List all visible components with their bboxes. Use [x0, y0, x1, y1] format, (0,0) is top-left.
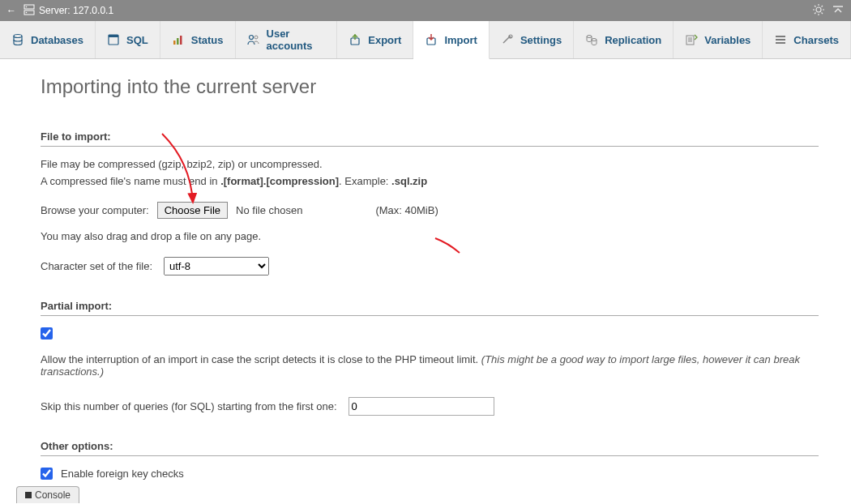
svg-point-2: [26, 6, 28, 7]
tab-label-import: Import: [444, 34, 477, 46]
svg-rect-18: [177, 38, 179, 45]
page-content: Importing into the current server File t…: [0, 59, 851, 504]
gear-icon[interactable]: [812, 3, 825, 19]
svg-rect-19: [180, 36, 182, 45]
charsets-icon: [774, 33, 787, 46]
back-icon[interactable]: ←: [6, 5, 16, 16]
export-icon: [349, 33, 361, 46]
replication-icon: [585, 33, 598, 46]
allow-interruption-checkbox[interactable]: [41, 327, 53, 340]
tab-export[interactable]: Export: [337, 21, 413, 58]
choose-file-button[interactable]: Choose File: [157, 202, 228, 219]
tab-replication[interactable]: Replication: [574, 21, 674, 58]
max-size-label: (Max: 40MiB): [375, 204, 438, 216]
tab-charsets[interactable]: Charsets: [763, 21, 851, 58]
foreign-key-label: Enable foreign key checks: [61, 468, 184, 480]
tab-import[interactable]: Import: [413, 21, 489, 59]
tab-label-variables: Variables: [704, 34, 751, 46]
other-options-title: Other options:: [41, 440, 819, 456]
variables-icon: [685, 33, 698, 46]
svg-point-3: [26, 11, 28, 13]
tab-label-sql: SQL: [126, 34, 148, 46]
partial-import-section: Partial import: Allow the interruption o…: [41, 300, 819, 416]
console-label: Console: [35, 489, 71, 501]
skip-row: Skip this number of queries (for SQL) st…: [41, 397, 819, 416]
file-import-line2: A compressed file's name must end in .[f…: [41, 175, 819, 187]
file-import-section: File to import: File may be compressed (…: [41, 130, 819, 275]
status-icon: [172, 33, 185, 46]
svg-point-21: [254, 36, 258, 39]
server-titlebar: ← Server: 127.0.0.1: [0, 0, 851, 21]
svg-line-11: [815, 12, 816, 14]
svg-line-9: [815, 6, 816, 7]
charset-row: Character set of the file: utf-8: [41, 257, 819, 275]
main-tabs: DatabasesSQLStatusUser accountsExportImp…: [0, 21, 851, 59]
import-icon: [425, 33, 438, 46]
svg-point-4: [816, 7, 821, 12]
tab-label-export: Export: [368, 34, 401, 46]
databases-icon: [11, 33, 24, 46]
svg-rect-17: [173, 41, 176, 45]
tab-sql[interactable]: SQL: [96, 21, 160, 58]
foreign-key-checkbox[interactable]: [41, 468, 53, 480]
tab-databases[interactable]: Databases: [0, 21, 96, 58]
charset-select[interactable]: utf-8: [164, 257, 269, 275]
console-tab[interactable]: Console: [16, 486, 79, 503]
partial-import-title: Partial import:: [41, 300, 819, 316]
browse-label: Browse your computer:: [41, 204, 149, 216]
svg-line-12: [822, 6, 823, 7]
user-accounts-icon: [247, 33, 260, 46]
settings-icon: [501, 33, 514, 46]
tab-label-settings: Settings: [520, 34, 562, 46]
tab-label-charsets: Charsets: [793, 34, 839, 46]
tab-user-accounts[interactable]: User accounts: [236, 21, 338, 58]
server-icon: [23, 3, 36, 19]
partial-description: Allow the interruption of an import in c…: [41, 353, 819, 378]
tab-label-user-accounts: User accounts: [267, 28, 326, 52]
svg-point-20: [249, 36, 253, 40]
file-import-line1: File may be compressed (gzip, bzip2, zip…: [41, 158, 819, 170]
other-options-section: Other options: Enable foreign key checks: [41, 440, 819, 480]
browse-row: Browse your computer: Choose File No fil…: [41, 202, 819, 219]
sql-icon: [107, 33, 120, 46]
svg-rect-16: [109, 35, 118, 37]
charset-label: Character set of the file:: [41, 260, 152, 272]
tab-status[interactable]: Status: [160, 21, 236, 58]
skip-queries-input[interactable]: [349, 397, 494, 416]
page-title: Importing into the current server: [41, 75, 819, 98]
drag-drop-hint: You may also drag and drop a file on any…: [41, 230, 819, 242]
file-import-title: File to import:: [41, 130, 819, 147]
svg-point-25: [587, 36, 592, 38]
console-icon: [25, 492, 32, 498]
tab-settings[interactable]: Settings: [490, 21, 574, 58]
tab-variables[interactable]: Variables: [674, 21, 763, 58]
tab-label-status: Status: [191, 34, 224, 46]
svg-point-26: [592, 39, 597, 41]
server-label: Server: 127.0.0.1: [39, 5, 806, 16]
tab-label-databases: Databases: [31, 34, 83, 46]
collapse-icon[interactable]: [832, 3, 845, 19]
skip-label: Skip this number of queries (for SQL) st…: [41, 400, 337, 412]
svg-line-10: [822, 12, 823, 14]
no-file-chosen: No file chosen: [236, 204, 302, 216]
svg-point-14: [14, 35, 22, 38]
tab-label-replication: Replication: [605, 34, 661, 46]
